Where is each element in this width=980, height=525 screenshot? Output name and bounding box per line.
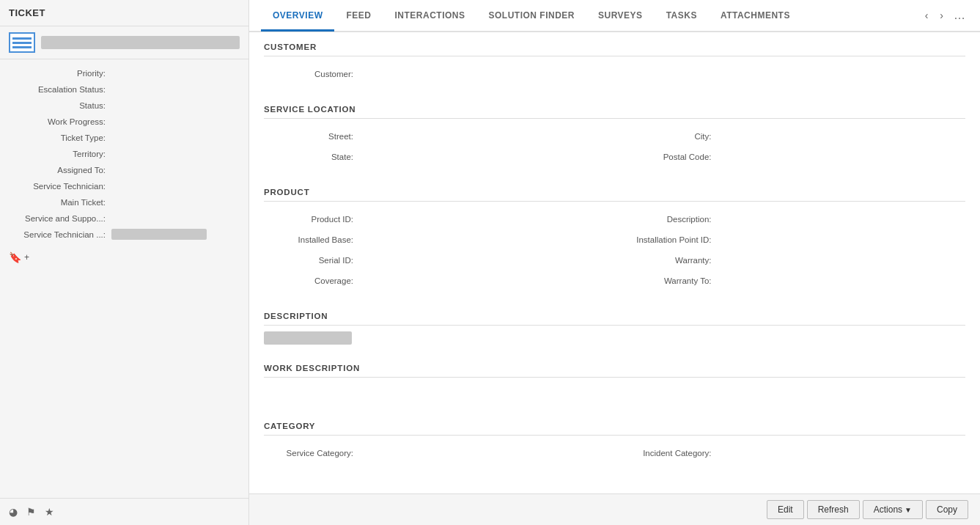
customer-label: Customer: <box>264 70 359 78</box>
field-priority: Priority: <box>0 65 248 81</box>
service-technician-2-value <box>111 229 240 240</box>
field-main-ticket: Main Ticket: <box>0 194 248 210</box>
tabs-more-button[interactable]: … <box>951 6 968 25</box>
product-id-field: Product ID: <box>264 210 608 228</box>
assigned-to-label: Assigned To: <box>9 164 111 175</box>
tab-tasks[interactable]: TASKS <box>655 1 709 32</box>
content-area: CUSTOMER Customer: SERVICE LOCATION Stre… <box>249 32 980 493</box>
section-category: CATEGORY Service Category: Incident Cate… <box>264 411 965 468</box>
star-icon[interactable]: ★ <box>45 506 54 518</box>
description-section-header: DESCRIPTION <box>264 301 965 326</box>
customer-section-header: CUSTOMER <box>264 32 965 56</box>
product-fields: Product ID: Description: Installed Base:… <box>264 208 965 295</box>
description-field: Description: <box>622 210 966 228</box>
installation-point-field: Installation Point ID: <box>622 231 966 249</box>
actions-dropdown-arrow: ▼ <box>905 506 912 514</box>
tabs-navigation: ‹ › … <box>921 6 968 25</box>
description-label: Description: <box>622 215 718 224</box>
street-label: Street: <box>264 132 359 141</box>
tab-feed[interactable]: FEED <box>334 1 383 32</box>
category-fields: Service Category: Incident Category: <box>264 441 965 468</box>
bottom-toolbar: Edit Refresh Actions ▼ Copy <box>249 493 980 525</box>
tab-surveys[interactable]: SURVEYS <box>586 1 655 32</box>
service-location-fields: Street: City: State: Postal Code: <box>264 125 965 172</box>
warranty-label: Warranty: <box>622 256 718 265</box>
refresh-button[interactable]: Refresh <box>807 500 860 519</box>
actions-label: Actions <box>874 504 902 515</box>
section-description: DESCRIPTION <box>264 301 965 345</box>
section-customer: CUSTOMER Customer: <box>264 32 965 89</box>
service-technician-2-label: Service Technician ...: <box>9 229 111 239</box>
status-label: Status: <box>9 100 111 110</box>
main-content: OVERVIEW FEED INTERACTIONS SOLUTION FIND… <box>249 0 980 525</box>
field-territory: Territory: <box>0 146 248 162</box>
section-work-description: WORK DESCRIPTION <box>264 353 965 405</box>
sidebar-footer: ◕ ⚑ ★ <box>0 498 248 525</box>
rss-icon[interactable]: ◕ <box>9 506 18 518</box>
tab-overview[interactable]: OVERVIEW <box>261 1 334 32</box>
copy-button[interactable]: Copy <box>926 500 968 519</box>
installed-base-field: Installed Base: <box>264 231 608 249</box>
section-product: PRODUCT Product ID: Description: Install… <box>264 177 965 295</box>
category-section-header: CATEGORY <box>264 411 965 436</box>
description-bar <box>264 331 352 345</box>
service-technician-label: Service Technician: <box>9 180 111 191</box>
service-category-field: Service Category: <box>264 444 608 462</box>
city-field: City: <box>622 128 966 145</box>
sidebar: TICKET Priority: Escalation Status: Stat… <box>0 0 249 525</box>
customer-field-right <box>622 65 966 83</box>
main-ticket-label: Main Ticket: <box>9 197 111 207</box>
tabs-next-button[interactable]: › <box>935 7 948 24</box>
list-view-icon[interactable] <box>9 32 35 53</box>
tabs-bar: OVERVIEW FEED INTERACTIONS SOLUTION FIND… <box>249 0 980 32</box>
section-service-location: SERVICE LOCATION Street: City: State: <box>264 95 965 172</box>
customer-field: Customer: <box>264 65 608 83</box>
product-section-header: PRODUCT <box>264 177 965 202</box>
installation-point-label: Installation Point ID: <box>622 235 718 244</box>
warranty-field: Warranty: <box>622 252 966 269</box>
field-status: Status: <box>0 98 248 114</box>
sidebar-fields: Priority: Escalation Status: Status: Wor… <box>0 59 248 498</box>
tag-icon: 🔖 <box>9 252 21 263</box>
tab-attachments[interactable]: ATTACHMENTS <box>709 1 802 32</box>
ticket-name-bar <box>41 36 240 49</box>
field-work-progress: Work Progress: <box>0 114 248 130</box>
serial-id-label: Serial ID: <box>264 256 359 265</box>
product-id-label: Product ID: <box>264 215 359 224</box>
coverage-field: Coverage: <box>264 272 608 290</box>
field-service-technician-2: Service Technician ...: <box>0 227 248 243</box>
city-label: City: <box>622 132 718 141</box>
field-service-support: Service and Suppo...: <box>0 210 248 227</box>
customer-fields: Customer: <box>264 62 965 89</box>
work-description-header: WORK DESCRIPTION <box>264 353 965 378</box>
edit-button[interactable]: Edit <box>767 500 804 519</box>
tags-row: 🔖 + <box>0 243 248 272</box>
tabs-prev-button[interactable]: ‹ <box>921 7 933 24</box>
postal-code-label: Postal Code: <box>622 153 718 161</box>
tab-interactions[interactable]: INTERACTIONS <box>383 1 476 32</box>
sidebar-title: TICKET <box>0 0 248 26</box>
escalation-status-label: Escalation Status: <box>9 84 111 94</box>
priority-label: Priority: <box>9 67 111 78</box>
incident-category-field: Incident Category: <box>622 444 966 462</box>
state-label: State: <box>264 153 359 161</box>
service-category-label: Service Category: <box>264 449 359 458</box>
tab-solution-finder[interactable]: SOLUTION FINDER <box>476 1 586 32</box>
work-progress-label: Work Progress: <box>9 116 111 126</box>
warranty-to-field: Warranty To: <box>622 272 966 290</box>
street-field: Street: <box>264 128 608 145</box>
postal-code-field: Postal Code: <box>622 148 966 166</box>
field-assigned-to: Assigned To: <box>0 162 248 178</box>
add-tag-button[interactable]: + <box>24 252 29 262</box>
state-field: State: <box>264 148 608 166</box>
actions-button[interactable]: Actions ▼ <box>863 500 923 519</box>
ticket-type-label: Ticket Type: <box>9 132 111 142</box>
service-support-label: Service and Suppo...: <box>9 213 111 223</box>
flag-icon[interactable]: ⚑ <box>26 506 36 518</box>
territory-label: Territory: <box>9 148 111 158</box>
service-location-header: SERVICE LOCATION <box>264 95 965 119</box>
field-ticket-type: Ticket Type: <box>0 130 248 146</box>
field-service-technician: Service Technician: <box>0 178 248 194</box>
sidebar-title-row <box>0 26 248 59</box>
installed-base-label: Installed Base: <box>264 235 359 244</box>
